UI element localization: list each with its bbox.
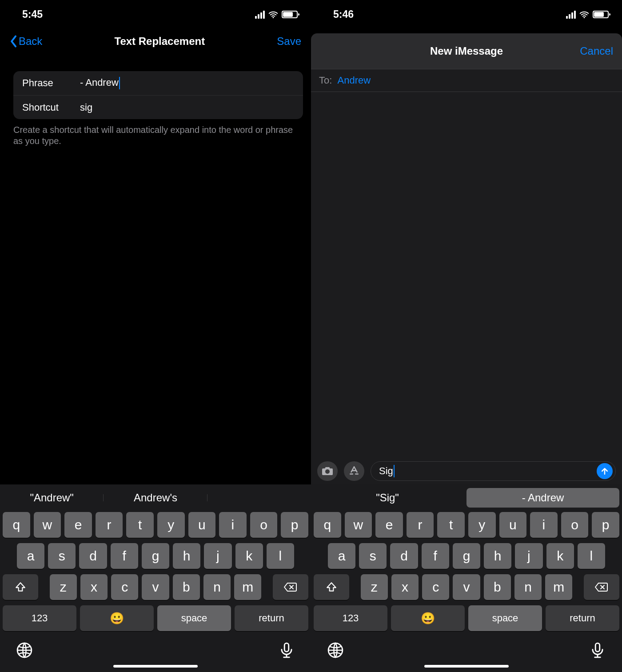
key-m[interactable]: m <box>234 574 261 600</box>
key-w[interactable]: w <box>34 512 61 538</box>
message-title: New iMessage <box>430 45 503 57</box>
key-n[interactable]: n <box>203 574 231 600</box>
key-y[interactable]: y <box>157 512 185 538</box>
key-l[interactable]: l <box>578 543 605 569</box>
key-u[interactable]: u <box>499 512 527 538</box>
svg-point-0 <box>273 16 274 18</box>
apps-button[interactable] <box>344 461 364 481</box>
key-v[interactable]: v <box>453 574 480 600</box>
key-d[interactable]: d <box>390 543 418 569</box>
status-icons <box>255 10 298 20</box>
key-k[interactable]: k <box>546 543 574 569</box>
key-b[interactable]: b <box>484 574 511 600</box>
shortcut-input[interactable]: sig <box>80 102 92 113</box>
key-v[interactable]: v <box>142 574 169 600</box>
key-h[interactable]: h <box>484 543 511 569</box>
backspace-key[interactable] <box>584 574 619 600</box>
home-indicator[interactable] <box>113 665 198 668</box>
suggestion-bar: "Andrew" Andrew's <box>0 486 311 509</box>
key-k[interactable]: k <box>235 543 263 569</box>
key-z[interactable]: z <box>50 574 77 600</box>
key-h[interactable]: h <box>173 543 200 569</box>
clock: 5:45 <box>22 8 43 20</box>
save-button[interactable]: Save <box>277 35 301 48</box>
key-t[interactable]: t <box>126 512 154 538</box>
suggestion-2[interactable]: Andrew's <box>104 492 207 504</box>
key-x[interactable]: x <box>391 574 419 600</box>
key-y[interactable]: y <box>468 512 496 538</box>
key-x[interactable]: x <box>80 574 108 600</box>
key-f[interactable]: f <box>422 543 449 569</box>
key-p[interactable]: p <box>281 512 308 538</box>
phrase-input[interactable]: - Andrew <box>80 77 120 89</box>
globe-icon[interactable] <box>16 642 33 659</box>
message-body[interactable] <box>311 92 622 457</box>
suggestion-1[interactable]: "Sig" <box>311 492 464 504</box>
key-n[interactable]: n <box>514 574 542 600</box>
form-row-shortcut[interactable]: Shortcut sig <box>13 95 303 119</box>
numbers-key[interactable]: 123 <box>314 605 387 631</box>
to-row[interactable]: To: Andrew <box>311 69 622 92</box>
key-e[interactable]: e <box>64 512 92 538</box>
svg-point-4 <box>325 469 330 474</box>
key-d[interactable]: d <box>79 543 107 569</box>
cancel-button[interactable]: Cancel <box>580 45 613 57</box>
mic-icon[interactable] <box>278 642 295 659</box>
key-f[interactable]: f <box>111 543 138 569</box>
key-row-3: z x c v b n m <box>0 572 311 603</box>
camera-button[interactable] <box>317 461 338 481</box>
emoji-key[interactable]: 😀 <box>80 605 154 631</box>
shift-key[interactable] <box>3 574 38 600</box>
key-o[interactable]: o <box>250 512 278 538</box>
suggestion-1[interactable]: "Andrew" <box>0 492 104 504</box>
return-key[interactable]: return <box>235 605 308 631</box>
key-q[interactable]: q <box>314 512 341 538</box>
cellular-signal-icon <box>566 11 576 19</box>
key-q[interactable]: q <box>3 512 30 538</box>
key-p[interactable]: p <box>592 512 619 538</box>
key-s[interactable]: s <box>48 543 76 569</box>
key-w[interactable]: w <box>345 512 372 538</box>
suggestion-bar: "Sig" - Andrew <box>311 486 622 509</box>
key-b[interactable]: b <box>173 574 200 600</box>
form-row-phrase[interactable]: Phrase - Andrew <box>13 71 303 95</box>
compose-input[interactable]: Sig <box>371 461 616 481</box>
home-indicator[interactable] <box>424 665 509 668</box>
key-row-4: 123 😀 space return <box>311 603 622 634</box>
key-o[interactable]: o <box>561 512 589 538</box>
key-m[interactable]: m <box>545 574 572 600</box>
back-button[interactable]: Back <box>10 35 42 48</box>
numbers-key[interactable]: 123 <box>3 605 76 631</box>
space-key[interactable]: space <box>468 605 542 631</box>
key-a[interactable]: a <box>17 543 44 569</box>
status-bar: 5:45 <box>0 0 311 29</box>
key-i[interactable]: i <box>219 512 247 538</box>
key-c[interactable]: c <box>422 574 449 600</box>
space-key[interactable]: space <box>157 605 231 631</box>
key-u[interactable]: u <box>188 512 216 538</box>
key-c[interactable]: c <box>111 574 138 600</box>
key-g[interactable]: g <box>453 543 480 569</box>
key-e[interactable]: e <box>375 512 403 538</box>
key-j[interactable]: j <box>515 543 542 569</box>
key-a[interactable]: a <box>328 543 355 569</box>
key-z[interactable]: z <box>361 574 388 600</box>
key-t[interactable]: t <box>437 512 465 538</box>
shift-key[interactable] <box>314 574 349 600</box>
emoji-key[interactable]: 😀 <box>391 605 465 631</box>
key-j[interactable]: j <box>204 543 231 569</box>
to-label: To: <box>319 75 332 86</box>
key-l[interactable]: l <box>267 543 294 569</box>
return-key[interactable]: return <box>546 605 619 631</box>
globe-icon[interactable] <box>327 642 344 659</box>
key-i[interactable]: i <box>530 512 558 538</box>
suggestion-2[interactable]: - Andrew <box>466 488 619 508</box>
key-r[interactable]: r <box>96 512 123 538</box>
send-button[interactable] <box>597 463 613 479</box>
text-cursor <box>119 77 120 89</box>
key-g[interactable]: g <box>142 543 169 569</box>
mic-icon[interactable] <box>589 642 606 659</box>
key-r[interactable]: r <box>407 512 434 538</box>
key-s[interactable]: s <box>359 543 387 569</box>
backspace-key[interactable] <box>273 574 308 600</box>
